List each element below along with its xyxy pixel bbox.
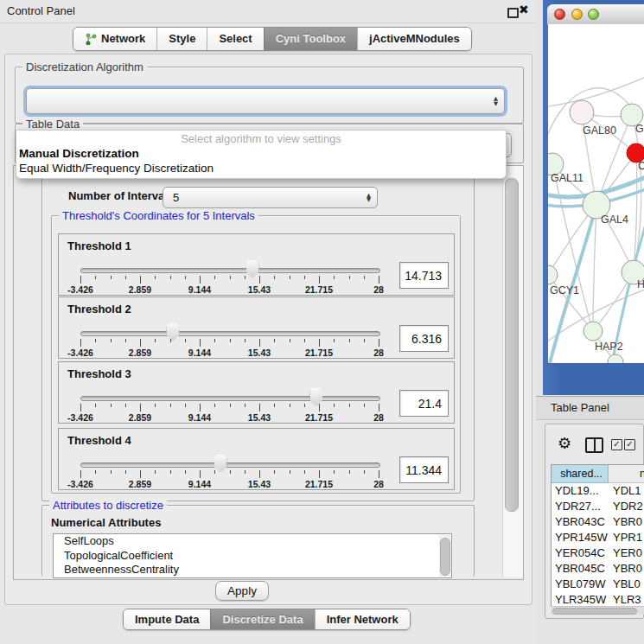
- tick-label: 15.43: [248, 348, 271, 358]
- scrollbar-thumb[interactable]: [440, 538, 450, 576]
- table-panel-title: Table Panel: [551, 401, 609, 414]
- tab-style[interactable]: Style: [156, 28, 207, 50]
- attributes-group: Attributes to discretize Numerical Attri…: [41, 505, 475, 577]
- traffic-light-zoom-icon[interactable]: [588, 9, 599, 20]
- tick-label: 9.144: [188, 348, 211, 358]
- algorithm-dropdown-popup: Select algorithm to view settings Manual…: [16, 130, 507, 179]
- node-label: GAL4: [601, 214, 628, 226]
- slider-track[interactable]: [80, 331, 380, 336]
- slider-track[interactable]: [80, 462, 380, 468]
- stepper-icon: ▲▼: [367, 193, 371, 202]
- control-panel-titlebar: Control Panel ✖: [0, 0, 536, 23]
- scrollbar-thumb[interactable]: [505, 178, 519, 512]
- network-node-gal80[interactable]: [570, 100, 594, 124]
- group-title: Threshold's Coordinates for 5 Intervals: [59, 209, 258, 222]
- table-row[interactable]: YBR043CYBR0: [552, 514, 644, 530]
- numerical-attributes-list[interactable]: SelfLoops TopologicalCoefficient Between…: [53, 533, 452, 578]
- checkbox-icon[interactable]: ✓: [611, 439, 622, 450]
- table-row[interactable]: YBL079WYBL0: [552, 577, 644, 592]
- tick-label: 28: [373, 284, 384, 295]
- tab-impute-data[interactable]: Impute Data: [124, 609, 210, 629]
- column-header-shared[interactable]: shared...: [552, 465, 609, 483]
- horizontal-scrollbar[interactable]: [551, 606, 644, 615]
- table-panel-window: ⚙ ✓ ✓ shared... n YDL19...YDL1 YDR27...Y…: [545, 424, 644, 619]
- tab-discretize-data[interactable]: Discretize Data: [210, 609, 314, 629]
- tick-label: 2.859: [129, 284, 151, 295]
- vertical-scrollbar[interactable]: [502, 166, 523, 577]
- cyni-toolbox-panel: Discretization Algorithm ▲▼ Select algor…: [4, 54, 532, 605]
- threshold-slider[interactable]: -3.426 2.859 9.144 15.43 21.715 28: [80, 393, 379, 421]
- threshold-label: Threshold 3: [67, 367, 131, 380]
- tick-label: 15.43: [248, 479, 271, 489]
- node-label: C: [638, 160, 644, 172]
- node-label: GCY1: [550, 284, 579, 296]
- tick-label: -3.426: [67, 412, 93, 423]
- threshold-value-field[interactable]: 6.316: [399, 325, 449, 352]
- gear-icon[interactable]: ⚙: [558, 434, 571, 452]
- group-title: Discretization Algorithm: [22, 61, 147, 73]
- table-row[interactable]: YDL19...YDL1: [552, 483, 644, 499]
- dropdown-option-equal-width-frequency[interactable]: Equal Width/Frequency Discretization: [16, 161, 506, 175]
- algorithm-select[interactable]: ▲▼: [26, 88, 505, 114]
- threshold-label: Threshold 2: [67, 303, 131, 316]
- threshold-slider[interactable]: -3.426 2.859 9.144 15.43 21.715 28: [80, 328, 379, 356]
- dropdown-option-manual-discretization[interactable]: Manual Discretization: [16, 146, 506, 161]
- list-item[interactable]: SelfLoops: [54, 534, 451, 549]
- network-view-window[interactable]: GAL80 G C GAL11 GAL4 GCY1 H HAP2: [547, 4, 644, 363]
- tab-jactivemnodules[interactable]: jActiveMNodules: [357, 28, 471, 50]
- control-panel: Control Panel ✖ Network Style Select Cyn…: [0, 0, 536, 644]
- dropdown-prompt: Select algorithm to view settings: [16, 132, 506, 146]
- stepper-icon: ▲▼: [494, 97, 498, 106]
- tick-label: 28: [373, 412, 384, 423]
- checkbox-icon[interactable]: ✓: [624, 439, 635, 450]
- network-node-gcy1[interactable]: [548, 265, 558, 284]
- table-row[interactable]: YDR27...YDR2: [552, 499, 644, 514]
- table-row[interactable]: YER054CYER0: [552, 545, 644, 561]
- tick-label: 9.144: [188, 479, 211, 489]
- numerical-attributes-label: Numerical Attributes: [51, 516, 161, 529]
- apply-button[interactable]: Apply: [215, 581, 269, 601]
- threshold-label: Threshold 1: [67, 239, 131, 252]
- tab-infer-network[interactable]: Infer Network: [315, 609, 410, 629]
- number-of-intervals-label: Number of Intervals: [68, 189, 174, 202]
- tab-select[interactable]: Select: [207, 28, 263, 50]
- list-item[interactable]: TopologicalCoefficient: [54, 549, 451, 564]
- tick-label: 9.144: [188, 412, 211, 423]
- slider-track[interactable]: [80, 396, 380, 401]
- number-of-intervals-select[interactable]: 5 ▲▼: [163, 187, 378, 208]
- threshold-panel-4: Threshold 4 -3.426 2.859 9.144 15.43: [58, 428, 455, 490]
- threshold-value-field[interactable]: 11.344: [399, 456, 449, 483]
- list-item[interactable]: BetweennessCentrality: [54, 563, 451, 577]
- threshold-value-field[interactable]: 21.4: [399, 390, 449, 417]
- threshold-value-field[interactable]: 14.713: [399, 262, 449, 289]
- list-scrollbar[interactable]: [439, 535, 450, 577]
- threshold-panel-2: Threshold 2 -3.426 2.859 9.144 15.43: [58, 296, 455, 359]
- network-canvas[interactable]: GAL80 G C GAL11 GAL4 GCY1 H HAP2: [548, 24, 644, 363]
- threshold-panel-3: Threshold 3 -3.426 2.859 9.144 15.43: [58, 361, 455, 424]
- table-row[interactable]: YBR045CYBR0: [552, 561, 644, 577]
- threshold-slider[interactable]: -3.426 2.859 9.144 15.43 21.715 28: [80, 460, 379, 488]
- slider-ticks: [80, 339, 379, 348]
- traffic-light-close-icon[interactable]: [554, 9, 565, 20]
- tick-label: 9.144: [188, 284, 211, 295]
- table-panel-titlebar: Table Panel: [536, 396, 644, 420]
- network-node-hap2[interactable]: [583, 322, 603, 341]
- split-columns-icon[interactable]: [585, 437, 603, 453]
- table-row[interactable]: YPR145WYPR1: [552, 530, 644, 545]
- node-label: H: [637, 278, 644, 290]
- tab-label: Network: [101, 28, 145, 50]
- column-header-name[interactable]: n: [609, 465, 644, 483]
- threshold-slider[interactable]: -3.426 2.859 9.144 15.43 21.715 28: [80, 265, 379, 293]
- close-icon[interactable]: ✖: [519, 3, 529, 16]
- node-attribute-table[interactable]: shared... n YDL19...YDL1 YDR27...YDR2 YB…: [551, 464, 644, 611]
- slider-track[interactable]: [80, 268, 380, 273]
- table-header-row: shared... n: [552, 465, 644, 483]
- slider-ticks: [80, 276, 379, 284]
- tab-network[interactable]: Network: [73, 28, 156, 50]
- scrollbar-thumb[interactable]: [552, 608, 637, 615]
- traffic-light-minimize-icon[interactable]: [571, 9, 583, 20]
- float-window-icon[interactable]: [507, 8, 519, 18]
- network-window-titlebar[interactable]: [547, 4, 644, 25]
- tick-label: 28: [373, 348, 384, 358]
- tab-cyni-toolbox[interactable]: Cyni Toolbox: [264, 28, 357, 50]
